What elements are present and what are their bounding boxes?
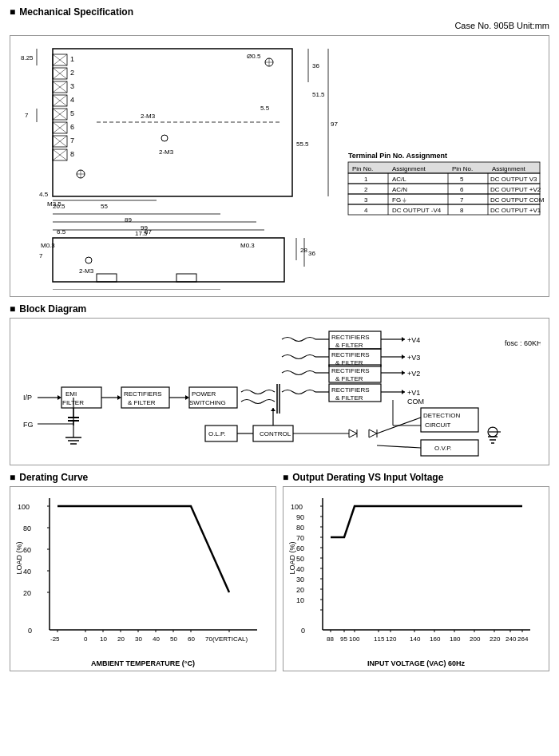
svg-text:RECTIFIERS: RECTIFIERS: [331, 351, 370, 358]
mech-spec-title: Mechanical Specification: [19, 6, 133, 18]
svg-text:50: 50: [296, 555, 304, 563]
svg-text:240: 240: [505, 635, 517, 643]
svg-point-71: [85, 257, 92, 263]
svg-text:36: 36: [312, 62, 319, 69]
svg-text:DC OUTPUT COM: DC OUTPUT COM: [490, 196, 544, 204]
svg-text:40: 40: [23, 568, 31, 576]
svg-text:95: 95: [340, 635, 347, 643]
svg-text:7: 7: [70, 137, 74, 144]
svg-text:50: 50: [170, 635, 177, 643]
svg-text:O.L.P.: O.L.P.: [208, 430, 226, 437]
svg-text:LOAD (%): LOAD (%): [15, 541, 23, 574]
svg-text:60: 60: [188, 635, 195, 643]
derating-chart-svg: 100 80 60 40 20 0: [14, 490, 265, 658]
output-derating-chart-container: 100 90 80 70 60 50 40 30 20: [283, 486, 549, 671]
svg-text:70(VERTICAL): 70(VERTICAL): [205, 635, 248, 643]
svg-text:-25: -25: [50, 635, 60, 643]
svg-text:264: 264: [517, 635, 529, 643]
top-info: Case No. 905B Unit:mm: [10, 21, 549, 30]
svg-text:3: 3: [70, 82, 74, 90]
svg-text:M0.3: M0.3: [41, 242, 55, 249]
svg-text:120: 120: [386, 635, 397, 643]
svg-text:2: 2: [70, 69, 74, 77]
svg-text:M3.5: M3.5: [47, 200, 61, 208]
svg-text:5: 5: [460, 176, 464, 183]
svg-text:7: 7: [460, 196, 464, 204]
svg-text:60: 60: [23, 546, 31, 554]
svg-text:& FILTER: & FILTER: [128, 399, 156, 406]
svg-text:6: 6: [460, 186, 464, 193]
svg-text:CONTROL: CONTROL: [260, 430, 291, 437]
svg-text:40: 40: [296, 565, 304, 573]
mech-drawing: 1 2 3 4 5 6 7 8 2-M3 8.25: [17, 42, 544, 290]
svg-text:140: 140: [410, 635, 421, 643]
svg-text:115: 115: [374, 635, 385, 643]
svg-text:90: 90: [296, 513, 304, 521]
svg-text:AC/N: AC/N: [392, 186, 407, 193]
block-diagram-header: Block Diagram: [10, 303, 549, 315]
svg-text:2: 2: [364, 186, 368, 193]
charts-row: Derating Curve 100 80 60: [10, 472, 549, 671]
block-diagram-title: Block Diagram: [19, 303, 86, 315]
svg-text:O.V.P.: O.V.P.: [434, 445, 452, 452]
derating-title: Derating Curve: [19, 472, 88, 483]
svg-text:20: 20: [23, 589, 31, 597]
derating-x-label: AMBIENT TEMPERATURE (°C): [14, 659, 272, 667]
svg-text:DC OUTPUT V3: DC OUTPUT V3: [490, 176, 537, 183]
svg-text:DC OUTPUT +V2: DC OUTPUT +V2: [490, 186, 541, 193]
svg-text:3: 3: [364, 196, 368, 204]
svg-text:0: 0: [301, 627, 305, 635]
svg-text:CIRCUIT: CIRCUIT: [425, 422, 451, 429]
svg-text:220: 220: [490, 635, 501, 643]
svg-text:160: 160: [430, 635, 441, 643]
svg-text:I/P: I/P: [23, 394, 32, 402]
output-x-label: INPUT VOLTAGE (VAC) 60Hz: [287, 659, 545, 667]
svg-text:RECTIFIERS: RECTIFIERS: [331, 386, 370, 394]
svg-text:5: 5: [70, 109, 74, 117]
svg-text:COM: COM: [407, 398, 424, 406]
svg-text:5.5: 5.5: [260, 105, 270, 112]
svg-text:SWITCHING: SWITCHING: [189, 399, 226, 406]
svg-text:2-M3: 2-M3: [141, 113, 156, 120]
svg-text:180: 180: [450, 635, 461, 643]
svg-text:97: 97: [331, 121, 338, 128]
svg-text:70: 70: [296, 534, 304, 542]
svg-text:2-M3: 2-M3: [159, 148, 174, 156]
svg-text:0: 0: [84, 635, 88, 643]
svg-text:100: 100: [291, 503, 303, 511]
svg-text:4.5: 4.5: [39, 191, 49, 198]
svg-rect-79: [97, 274, 117, 282]
svg-text:20: 20: [296, 586, 304, 594]
page: Mechanical Specification Case No. 905B U…: [0, 0, 559, 678]
svg-point-39: [161, 135, 168, 141]
svg-marker-167: [402, 390, 405, 394]
svg-text:FG: FG: [23, 421, 34, 429]
svg-text:10: 10: [296, 596, 304, 604]
svg-text:Assignment: Assignment: [392, 165, 426, 172]
svg-text:17.5: 17.5: [135, 230, 148, 237]
svg-text:0: 0: [28, 627, 32, 635]
svg-text:89: 89: [125, 216, 132, 224]
svg-text:80: 80: [23, 524, 31, 532]
svg-text:DC OUTPUT -V4: DC OUTPUT -V4: [392, 207, 442, 214]
svg-text:& FILTER: & FILTER: [335, 394, 363, 402]
svg-marker-146: [402, 337, 405, 342]
svg-text:Pin No.: Pin No.: [452, 165, 473, 172]
svg-text:10: 10: [100, 635, 107, 643]
svg-text:1: 1: [70, 55, 74, 63]
svg-text:& FILTER: & FILTER: [335, 342, 363, 349]
svg-text:100: 100: [349, 635, 360, 643]
svg-text:40: 40: [153, 635, 160, 643]
svg-rect-80: [176, 274, 196, 282]
svg-text:4: 4: [70, 96, 74, 104]
svg-marker-153: [402, 354, 405, 359]
svg-text:DC OUTPUT +V1: DC OUTPUT +V1: [490, 207, 541, 214]
svg-text:30: 30: [135, 635, 142, 643]
svg-text:51.5: 51.5: [312, 91, 325, 98]
derating-chart-container: 100 80 60 40 20 0: [10, 486, 276, 671]
svg-text:EMI: EMI: [65, 390, 77, 398]
svg-marker-160: [402, 370, 405, 375]
derating-curve-section: Derating Curve 100 80 60: [10, 472, 276, 671]
svg-text:+V1: +V1: [407, 389, 420, 397]
case-info: Case No. 905B Unit:mm: [454, 21, 549, 30]
